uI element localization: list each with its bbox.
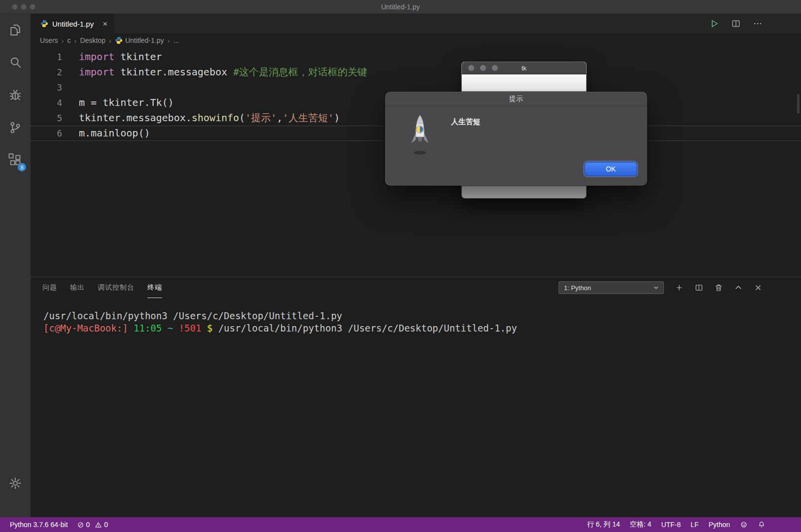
status-problems[interactable]: 0 0 (77, 521, 111, 529)
editor-actions (709, 14, 801, 33)
vscode-window: Untitled-1.py (0, 0, 801, 532)
status-encoding[interactable]: UTF-8 (661, 521, 681, 529)
chevron-up-icon (734, 283, 743, 292)
chevron-down-icon (653, 284, 660, 291)
settings-gear-button[interactable] (0, 467, 31, 499)
activity-bar-debug[interactable] (0, 79, 31, 111)
activity-bar-explorer[interactable] (0, 14, 31, 46)
activity-bar-extensions[interactable]: 8 (0, 144, 31, 176)
code-line[interactable]: 2import tkinter.messagebox #这个是消息框，对话框的关… (31, 65, 801, 80)
panel-tab-problems[interactable]: 问题 (42, 277, 57, 298)
gear-icon (8, 476, 23, 491)
editor-scrollbar[interactable] (797, 94, 800, 114)
breadcrumb-separator-icon: › (62, 36, 64, 45)
extensions-badge: 8 (18, 163, 26, 171)
smiley-icon (740, 521, 748, 529)
breadcrumb-item[interactable]: ... (174, 36, 179, 44)
code-text: m = tkinter.Tk() (79, 95, 174, 110)
warning-icon (95, 521, 102, 529)
breadcrumb-item[interactable]: Desktop (80, 36, 105, 44)
status-notifications-bell[interactable] (758, 521, 766, 529)
tk-zoom-button[interactable] (492, 65, 498, 71)
status-eol[interactable]: LF (691, 521, 698, 529)
run-python-file-button[interactable] (709, 19, 719, 29)
tk-minimize-button[interactable] (480, 65, 486, 71)
minimize-window-button[interactable] (21, 4, 27, 10)
panel-header: 问题输出调试控制台终端 1: Python (31, 277, 801, 298)
status-python-version[interactable]: Python 3.7.6 64-bit (10, 521, 68, 529)
status-indentation[interactable]: 空格: 4 (630, 520, 652, 529)
panel-tabs: 问题输出调试控制台终端 (42, 277, 162, 298)
tab-label: Untitled-1.py (52, 20, 94, 28)
kill-terminal-button[interactable] (714, 283, 723, 292)
maximize-panel-button[interactable] (734, 283, 743, 292)
split-panel-icon (695, 283, 703, 292)
panel-tab-terminal[interactable]: 终端 (147, 277, 162, 298)
panel-tab-output[interactable]: 输出 (70, 277, 85, 298)
trash-icon (714, 283, 723, 292)
line-number: 4 (31, 95, 62, 110)
run-icon (709, 19, 719, 29)
code-text: import tkinter (79, 49, 162, 65)
terminal-line: /usr/local/bin/python3 /Users/c/Desktop/… (43, 310, 801, 322)
window-titlebar[interactable]: Untitled-1.py (0, 0, 801, 14)
git-branch-icon (8, 120, 23, 135)
bottom-panel: 问题输出调试控制台终端 1: Python (31, 277, 801, 517)
bell-icon (758, 521, 766, 529)
more-actions-button[interactable] (753, 19, 763, 29)
status-cursor-position[interactable]: 行 6, 列 14 (587, 520, 620, 529)
close-icon (754, 283, 763, 292)
close-window-button[interactable] (12, 4, 18, 10)
breadcrumb-item[interactable]: Users (40, 36, 58, 44)
window-title: Untitled-1.py (0, 3, 801, 11)
tk-window-controls (468, 65, 498, 71)
editor-group: Untitled-1.py × Users›c›Desktop› (31, 14, 801, 517)
split-editor-button[interactable] (731, 19, 741, 29)
ok-button[interactable]: OK (585, 162, 637, 176)
python-icon (40, 20, 48, 28)
code-text: tkinter.messagebox.showinfo('提示','人生苦短') (79, 110, 340, 126)
activity-bar-search[interactable] (0, 46, 31, 79)
activity-bar: 8 (0, 14, 31, 517)
status-feedback-smiley[interactable] (740, 521, 748, 529)
line-number: 1 (31, 49, 62, 65)
traffic-lights (12, 4, 35, 10)
tk-window-titlebar[interactable]: tk (462, 62, 586, 74)
terminal-output[interactable]: /usr/local/bin/python3 /Users/c/Desktop/… (31, 298, 801, 517)
code-line[interactable]: 1import tkinter (31, 49, 801, 65)
tab-close-icon[interactable]: × (103, 20, 107, 28)
split-editor-icon (731, 19, 741, 29)
status-language-mode[interactable]: Python (708, 521, 730, 529)
terminal-selector[interactable]: 1: Python (558, 281, 664, 294)
status-bar-right: 行 6, 列 14空格: 4UTF-8LFPython (587, 520, 801, 529)
breadcrumb-item[interactable]: c (68, 36, 71, 44)
line-number: 6 (31, 126, 62, 141)
tk-close-button[interactable] (468, 65, 474, 71)
panel-tab-debug-console[interactable]: 调试控制台 (98, 277, 135, 298)
bug-icon (8, 88, 23, 102)
terminal-selector-value: 1: Python (564, 284, 591, 292)
terminal-line: [c@My-MacBook:] 11:05 ~ !501 $ /usr/loca… (43, 322, 801, 334)
breadcrumb-separator-icon: › (74, 36, 77, 45)
activity-bar-source-control[interactable] (0, 111, 31, 144)
dialog-message: 人生苦短 (451, 117, 481, 127)
zoom-window-button[interactable] (30, 4, 35, 10)
split-terminal-button[interactable] (695, 283, 703, 292)
messagebox-dialog[interactable]: 提示 人生苦短 OK (385, 92, 647, 186)
plus-icon (675, 283, 684, 292)
error-count: 0 (86, 521, 90, 529)
breadcrumb-item[interactable]: Untitled-1.py (115, 36, 164, 44)
close-panel-button[interactable] (754, 283, 763, 292)
warning-count: 0 (104, 521, 108, 529)
new-terminal-button[interactable] (675, 283, 684, 292)
panel-actions: 1: Python (558, 281, 801, 294)
breadcrumb-separator-icon: › (109, 36, 111, 45)
ellipsis-icon (753, 19, 763, 29)
python-rocket-icon (410, 114, 430, 157)
code-text: import tkinter.messagebox #这个是消息框，对话框的关键 (79, 65, 367, 80)
dialog-title: 提示 (385, 92, 647, 106)
python-icon (115, 36, 123, 44)
tab-untitled-1[interactable]: Untitled-1.py × (31, 14, 114, 33)
status-bar-left: Python 3.7.6 64-bit 0 0 (10, 521, 111, 529)
breadcrumb-separator-icon: › (168, 36, 170, 45)
